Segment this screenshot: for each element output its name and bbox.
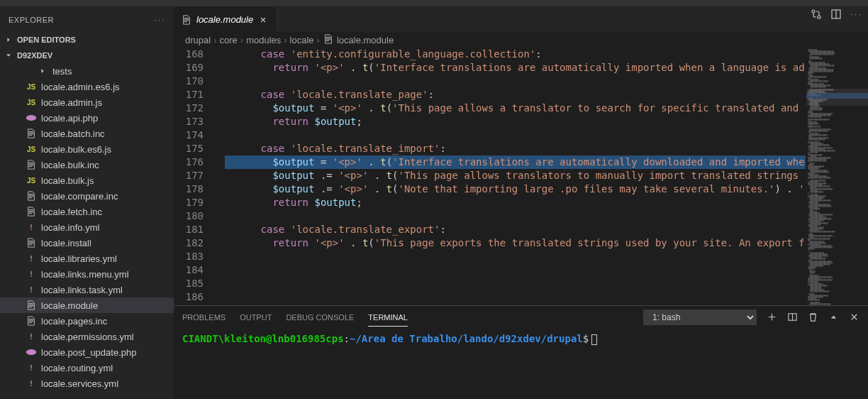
git-compare-icon[interactable] (811, 9, 822, 22)
file-item[interactable]: locale.fetch.inc (0, 204, 174, 219)
file-tree[interactable]: tests JSlocale.admin.es6.jsJSlocale.admi… (0, 63, 174, 399)
file-label: locale.routing.yml (41, 363, 113, 373)
file-item[interactable]: JSlocale.bulk.js (0, 173, 174, 188)
more-actions-icon[interactable]: ··· (850, 9, 862, 22)
svg-point-1 (26, 349, 36, 355)
workspace-label: D92XDEV (17, 51, 52, 60)
file-label: locale.install (41, 238, 91, 248)
chevron-right-icon (3, 34, 14, 45)
file-item[interactable]: locale.pages.inc (0, 313, 174, 329)
file-label: locale.post_update.php (41, 347, 136, 358)
file-item[interactable]: !locale.routing.yml (0, 360, 174, 376)
file-item[interactable]: !locale.permissions.yml (0, 329, 174, 344)
file-item[interactable]: locale.api.php (0, 110, 174, 126)
chevron-down-icon (3, 50, 14, 61)
tab-problems[interactable]: PROBLEMS (182, 309, 226, 326)
chevron-right-icon: › (317, 35, 320, 45)
file-label: locale.fetch.inc (41, 207, 102, 217)
terminal-end: $ (583, 333, 589, 344)
file-label: locale.libraries.yml (41, 253, 117, 264)
file-item[interactable]: JSlocale.bulk.es6.js (0, 141, 174, 157)
code-content[interactable]: case 'entity.configurable_language.colle… (216, 48, 806, 305)
file-label: locale.links.menu.yml (41, 269, 129, 280)
file-item[interactable]: locale.post_update.php (0, 344, 174, 360)
breadcrumb-item[interactable]: drupal (185, 35, 211, 45)
tab-locale-module[interactable]: locale.module (174, 7, 276, 32)
menubar (0, 0, 868, 7)
file-item[interactable]: locale.batch.inc (0, 126, 174, 141)
svg-point-3 (818, 16, 820, 18)
file-item[interactable]: JSlocale.admin.es6.js (0, 79, 174, 94)
bottom-panel: PROBLEMS OUTPUT DEBUG CONSOLE TERMINAL 1… (174, 305, 868, 399)
file-item[interactable]: !locale.info.yml (0, 219, 174, 235)
file-label: locale.links.task.yml (41, 285, 123, 295)
file-item[interactable]: locale.install (0, 235, 174, 251)
file-label: locale.services.yml (41, 378, 118, 389)
chevron-right-icon: › (213, 35, 216, 45)
file-label: locale.bulk.inc (41, 160, 99, 170)
file-label: locale.api.php (41, 113, 98, 124)
folder-tests[interactable]: tests (0, 63, 174, 79)
file-label: locale.bulk.es6.js (41, 144, 111, 155)
svg-point-0 (26, 115, 36, 121)
breadcrumb-item[interactable]: core (219, 35, 237, 45)
kill-terminal-icon[interactable] (808, 312, 818, 324)
breadcrumb[interactable]: drupal›core›modules›locale›locale.module (174, 32, 868, 48)
file-icon (181, 14, 192, 26)
terminal-body[interactable]: CIANDT\kleiton@lnb016985cps:~/Area de Tr… (174, 329, 868, 399)
file-label: locale.compare.inc (41, 191, 118, 202)
terminal-sep: : (344, 333, 350, 344)
file-label: locale.module (41, 300, 98, 311)
tab-output[interactable]: OUTPUT (240, 309, 272, 326)
workspace-header[interactable]: D92XDEV (0, 48, 174, 63)
file-icon (323, 33, 334, 46)
explorer-sidebar: EXPLORER ··· OPEN EDITORS D92XDEV tests … (0, 7, 174, 399)
terminal-path: ~/Area de Trabalho/lando/d92xdev/drupal (350, 333, 583, 344)
file-item[interactable]: JSlocale.admin.js (0, 94, 174, 110)
svg-point-2 (812, 10, 815, 13)
open-editors-header[interactable]: OPEN EDITORS (0, 32, 174, 48)
file-label: locale.batch.inc (41, 129, 105, 139)
file-item[interactable]: locale.compare.inc (0, 188, 174, 204)
terminal-cursor (591, 334, 597, 345)
open-editors-label: OPEN EDITORS (17, 35, 76, 44)
minimap[interactable]: ███████████ ████████████████████████████… (806, 48, 868, 305)
file-label: locale.info.yml (41, 222, 99, 233)
explorer-header: EXPLORER ··· (0, 7, 174, 32)
tab-debug-console[interactable]: DEBUG CONSOLE (286, 309, 354, 326)
chevron-right-icon: › (240, 35, 243, 45)
minimap-content: ███████████ ████████████████████████████… (806, 48, 868, 305)
close-icon[interactable] (257, 14, 269, 26)
breadcrumb-item[interactable]: modules (246, 35, 281, 45)
breadcrumb-item[interactable]: locale.module (337, 35, 394, 45)
chevron-right-icon: › (284, 35, 286, 45)
terminal-select[interactable]: 1: bash (643, 310, 757, 325)
file-item[interactable]: locale.bulk.inc (0, 157, 174, 173)
tab-terminal[interactable]: TERMINAL (368, 309, 408, 327)
file-label: locale.bulk.js (41, 175, 94, 186)
file-item[interactable]: !locale.libraries.yml (0, 251, 174, 266)
file-label: locale.admin.es6.js (41, 82, 120, 92)
breadcrumb-item[interactable]: locale (290, 35, 314, 45)
minimap-viewport[interactable] (806, 89, 868, 106)
explorer-title: EXPLORER (9, 16, 54, 24)
file-label: locale.permissions.yml (41, 332, 134, 342)
new-terminal-icon[interactable] (767, 312, 777, 324)
file-label: locale.admin.js (41, 97, 102, 108)
tab-label: locale.module (196, 14, 253, 25)
split-terminal-icon[interactable] (787, 312, 798, 324)
close-panel-icon[interactable] (849, 312, 859, 324)
file-item[interactable]: !locale.links.menu.yml (0, 266, 174, 282)
file-item[interactable]: locale.module (0, 297, 174, 313)
editor-tabs: locale.module ··· (174, 7, 868, 32)
folder-label: tests (52, 66, 72, 77)
maximize-panel-icon[interactable] (828, 312, 839, 324)
file-item[interactable]: !locale.services.yml (0, 376, 174, 391)
editor[interactable]: 1681691701711721731741751761771781791801… (174, 48, 868, 305)
line-gutter: 1681691701711721731741751761771781791801… (174, 48, 216, 305)
file-item[interactable]: !locale.links.task.yml (0, 282, 174, 297)
more-icon[interactable]: ··· (155, 16, 165, 24)
panel-tabs: PROBLEMS OUTPUT DEBUG CONSOLE TERMINAL 1… (174, 306, 868, 329)
split-editor-icon[interactable] (830, 9, 842, 22)
file-label: locale.pages.inc (41, 316, 107, 327)
